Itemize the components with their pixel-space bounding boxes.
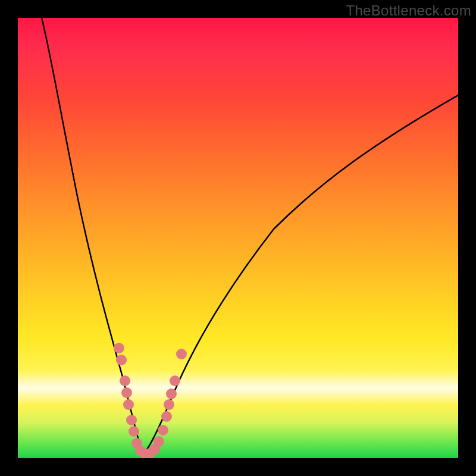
scatter-point [176, 349, 187, 359]
scatter-point [161, 411, 172, 422]
scatter-point [126, 415, 137, 425]
scatter-markers [114, 343, 187, 458]
chart-frame: TheBottleneck.com [0, 0, 476, 476]
chart-svg [18, 18, 458, 458]
scatter-point [170, 375, 180, 386]
scatter-point [121, 387, 132, 398]
scatter-point [166, 389, 177, 399]
curve-right-path [143, 95, 458, 455]
scatter-point [129, 426, 139, 437]
scatter-point [120, 375, 130, 386]
scatter-point [123, 399, 134, 410]
scatter-point [114, 343, 124, 353]
watermark-text: TheBottleneck.com [346, 2, 471, 19]
scatter-point [164, 399, 174, 410]
plot-area [18, 18, 458, 458]
scatter-point [154, 436, 164, 447]
scatter-point [158, 425, 168, 436]
scatter-point [116, 355, 127, 365]
